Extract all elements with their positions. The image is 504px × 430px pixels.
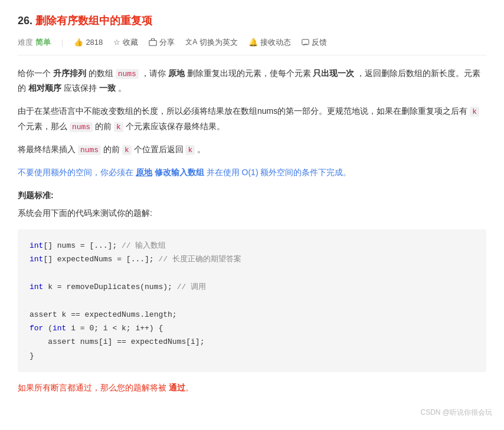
problem-title: 删除有序数组中的重复项 [35, 15, 152, 27]
code-k-2: k [114, 122, 123, 132]
final-note: 如果所有断言都通过，那么您的题解将被 通过。 [18, 380, 486, 395]
share-item[interactable]: 分享 [149, 36, 175, 49]
code-k-1: k [470, 107, 479, 117]
code-block: int[] nums = [...]; // 输入数组 int[] expect… [18, 229, 486, 373]
translate-icon: 文A [185, 36, 197, 48]
notify-icon: 🔔 [248, 36, 258, 49]
code-nums-2: nums [70, 122, 93, 132]
bold-consistent: 一致 [99, 83, 116, 93]
collect-icon: ☆ [113, 36, 120, 49]
share-label: 分享 [159, 36, 175, 49]
feedback-icon [302, 36, 309, 49]
code-nums-3: nums [78, 145, 101, 155]
section-title: 判题标准: [18, 189, 486, 203]
blue-inplace: 原地 [136, 168, 152, 177]
bold-inplace: 原地 [168, 68, 185, 78]
paragraph-3: 将最终结果插入 nums 的前 k 个位置后返回 k 。 [18, 142, 486, 157]
notify-label: 接收动态 [260, 36, 291, 49]
svg-rect-0 [149, 41, 156, 46]
like-icon: 👍 [74, 36, 83, 49]
paragraph-1: 给你一个 升序排列 的数组 nums ，请你 原地 删除重复出现的元素，使每个元… [18, 66, 486, 96]
feedback-label: 反馈 [312, 36, 327, 49]
collect-item[interactable]: ☆ 收藏 [113, 36, 138, 49]
like-item[interactable]: 👍 2818 [74, 36, 103, 49]
paragraph-4: 不要使用额外的空间，你必须在 原地 修改输入数组 并在使用 O(1) 额外空间的… [18, 165, 486, 180]
blue-modify: 修改输入数组 [155, 168, 204, 177]
notify-item[interactable]: 🔔 接收动态 [248, 36, 291, 49]
like-count: 2818 [86, 36, 103, 49]
translate-label: 切换为英文 [199, 36, 238, 49]
paragraph-2: 由于在某些语言中不能改变数组的长度，所以必须将结果放在数组nums的第一部分。更… [18, 104, 486, 134]
share-icon [149, 36, 157, 49]
difficulty-label: 难度 [18, 36, 33, 49]
watermark: CSDN @听说你很会玩 [420, 406, 492, 408]
pass-text: 通过 [169, 383, 185, 392]
meta-bar: 难度 简单 | 👍 2818 ☆ 收藏 分享 文A 切换为英文 🔔 接收动态 [18, 36, 486, 55]
code-k-3: k [122, 145, 132, 155]
feedback-item[interactable]: 反馈 [302, 36, 327, 49]
bold-once: 只出现一次 [313, 68, 354, 78]
divider-1: | [61, 36, 63, 49]
translate-item[interactable]: 文A 切换为英文 [185, 36, 238, 49]
code-nums-1: nums [116, 69, 139, 79]
difficulty-item: 难度 简单 [18, 36, 51, 49]
difficulty-value[interactable]: 简单 [35, 36, 51, 49]
svg-rect-1 [302, 39, 309, 44]
bold-asc: 升序排列 [53, 68, 86, 78]
problem-number: 26. [18, 15, 32, 27]
bold-order: 相对顺序 [28, 83, 61, 93]
collect-label: 收藏 [123, 36, 138, 49]
page-title: 26. 删除有序数组中的重复项 [18, 12, 486, 30]
code-k-4: k [185, 145, 195, 155]
paragraph-5: 系统会用下面的代码来测试你的题解: [18, 206, 486, 221]
